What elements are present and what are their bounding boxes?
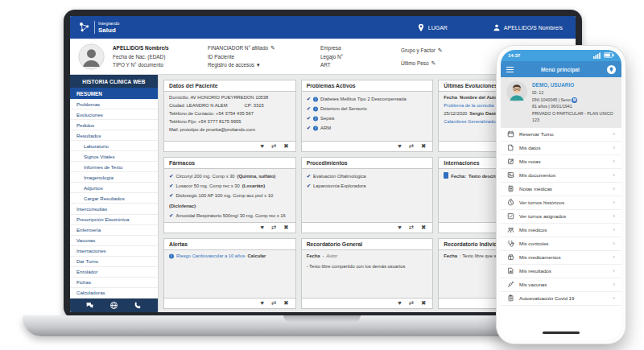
menu-item-mis-medicos[interactable]: Mis médicos› <box>501 224 621 237</box>
sidebar-item-dar-turno[interactable]: Dar Turno <box>70 257 158 267</box>
card-text: Laparotomía Exploradora <box>313 183 365 191</box>
favorite-icon[interactable]: ♥ <box>398 300 401 307</box>
menu-item-mis-controles[interactable]: Mis controles› <box>501 237 621 251</box>
menu-item-mis-medicamentos[interactable]: Mis medicamentos› <box>501 251 621 265</box>
close-icon[interactable]: ✖ <box>283 224 288 231</box>
menu-item-mis-datos[interactable]: Mis datos› <box>501 142 621 155</box>
hamburger-menu-icon[interactable] <box>506 67 514 72</box>
menu-item-mis-documentos[interactable]: Mis documentos› <box>501 169 621 183</box>
swap-icon[interactable]: ⇄ <box>409 300 414 307</box>
profile-age: 81 años | 06/01/1941 <box>532 103 613 109</box>
pencil-icon[interactable]: ✎ <box>438 47 443 53</box>
menu-item-mis-vacunas[interactable]: Mis vacunas› <box>501 278 621 292</box>
swap-icon[interactable]: ⇄ <box>271 224 276 231</box>
info-icon[interactable]: i <box>313 97 318 102</box>
menu-item-ver-turnos-historicos[interactable]: Ver turnos históricos› <box>501 196 621 210</box>
sidebar-item-signos-vitales[interactable]: Signos Vitales <box>70 151 158 162</box>
info-icon[interactable]: i <box>169 254 174 259</box>
sidebar-item-fichas[interactable]: Fichas <box>70 278 158 288</box>
pencil-icon[interactable]: ✎ <box>270 45 275 51</box>
card-text: Calcular <box>247 253 266 261</box>
close-icon[interactable]: ✖ <box>421 143 426 150</box>
card-line: Teléfono de Contacto: +54 3754 435 567 <box>169 110 291 118</box>
favorite-icon[interactable]: ♥ <box>261 143 264 150</box>
phone-profile-card[interactable]: DEMO, USUARIO ID: 12 DNI 1040045 | Sexo … <box>501 77 621 128</box>
profile-id: ID: 12 <box>532 89 613 96</box>
sidebar-item-pedidos[interactable]: Pedidos <box>70 120 158 130</box>
sidebar-item-laboratorio[interactable]: Laboratorio <box>70 141 158 151</box>
chevron-down-icon[interactable]: ▾ <box>257 62 260 68</box>
favorite-icon[interactable]: ♥ <box>398 143 401 150</box>
location-selector[interactable]: LUGAR <box>417 23 448 32</box>
sidebar-item-informes-de-texto[interactable]: Informes de Texto <box>70 162 158 172</box>
patient-field: Empresa <box>320 45 401 51</box>
close-icon[interactable]: ✖ <box>283 143 288 150</box>
profile-text: DEMO, USUARIO ID: 12 DNI 1040045 | Sexo … <box>532 81 613 124</box>
patient-field-label: ART <box>320 62 331 68</box>
sidebar-item-evoluciones[interactable]: Evoluciones <box>70 109 158 120</box>
menu-item-ver-turnos-asignados[interactable]: Ver turnos asignados› <box>501 210 621 224</box>
info-icon[interactable]: i <box>313 126 318 130</box>
sidebar-item-enfermeria[interactable]: Enfermería <box>70 225 158 236</box>
menu-item-mis-notas[interactable]: Mis notas› <box>501 155 621 169</box>
menu-item-reservar-turno[interactable]: Reservar Turno› <box>501 128 621 142</box>
favorite-icon[interactable]: ♥ <box>398 224 401 231</box>
card-text: Fecha <box>307 253 320 261</box>
sidebar-item-vacunas[interactable]: Vacunas <box>70 236 158 246</box>
sidebar-item-cargar-resultados[interactable]: Cargar Resultados <box>70 193 158 204</box>
app-logo-icon <box>607 65 616 74</box>
close-icon[interactable]: ✖ <box>421 300 426 307</box>
close-icon[interactable]: ✖ <box>421 224 426 231</box>
card-problemas-activos: Problemas Activos✔iDiabetes Mellitus Tip… <box>301 80 434 152</box>
card-line: Fecha-Autor- Texto libre compartido con … <box>307 253 428 271</box>
home-indicator[interactable] <box>543 331 580 334</box>
sidebar-item-resultados[interactable]: Resultados <box>70 130 158 141</box>
swap-icon[interactable]: ⇄ <box>271 143 276 150</box>
card-title: Fármacos <box>164 158 295 169</box>
card-text: Fecha <box>444 94 457 102</box>
card-link[interactable]: Riesgo Cardiovascular a 10 años <box>176 253 245 261</box>
card-text: Ciudad: LEANDRO N ALEM <box>169 102 228 110</box>
patient-field-label: Registro de accesos <box>208 62 254 68</box>
swap-icon[interactable]: ⇄ <box>271 300 276 307</box>
info-icon[interactable]: i <box>313 106 318 111</box>
favorite-icon[interactable]: ♥ <box>261 300 264 307</box>
chevron-right-icon: › <box>613 240 616 247</box>
card-line: ✔iARM <box>307 123 428 133</box>
sidebar-item-resumen[interactable]: RESUMEN <box>70 88 158 99</box>
user-menu[interactable]: APELLIDO/S Nombre/s <box>493 23 563 32</box>
sidebar-item-enrolador[interactable]: Enrolador <box>70 267 158 278</box>
sidebar-item-interconsultas[interactable]: Interconsultas <box>70 204 158 214</box>
chevron-right-icon: › <box>613 253 616 261</box>
card-link[interactable]: Calambres Generalizados <box>444 118 497 126</box>
sidebar-item-prescripcion-electronica[interactable]: Prescripción Electrónica <box>70 215 158 225</box>
phone-mockup: 14:37 Menú principal DEMO, USUARIO ID: 1… <box>496 45 626 344</box>
profile-plan2: 123 <box>532 117 613 123</box>
info-icon[interactable]: i <box>313 116 318 121</box>
menu-item-autoevaluacion-covid-19[interactable]: Autoevaluación Covid 19› <box>501 292 621 306</box>
swap-icon[interactable]: ⇄ <box>409 143 414 150</box>
sidebar-item-problemas[interactable]: Problemas <box>70 99 158 109</box>
card-link[interactable]: Problema de la consulta <box>444 102 493 110</box>
sidebar-item-internaciones[interactable]: Internaciones <box>70 246 158 257</box>
globe-icon[interactable] <box>109 301 118 310</box>
close-icon[interactable]: ✖ <box>283 300 288 307</box>
menu-item-mis-resultados[interactable]: Mis resultados› <box>501 265 621 278</box>
file-icon <box>507 144 514 151</box>
swap-icon[interactable]: ⇄ <box>409 224 414 231</box>
sidebar-item-calculadoras[interactable]: Calculadoras <box>70 288 158 299</box>
card-line: iRiesgo Cardiovascular a 10 añosCalcular <box>169 253 291 261</box>
sidebar-item-imagenologia[interactable]: Imagenología <box>70 172 158 183</box>
pencil-icon[interactable]: ✎ <box>431 60 436 66</box>
favorite-icon[interactable]: ♥ <box>261 224 264 231</box>
chat-icon[interactable] <box>85 301 94 310</box>
card-text: - <box>322 253 324 261</box>
phone-icon[interactable] <box>134 301 142 310</box>
patient-field-label: Grupo y Factor <box>401 47 436 53</box>
doc-lines-icon <box>507 185 514 192</box>
check-icon: ✔ <box>307 181 311 190</box>
card-text: Diabetes Mellitus Tipo 2 Descompensada <box>320 96 407 104</box>
patient-field-label: Empresa <box>320 45 341 51</box>
menu-item-notas-medicas[interactable]: Notas médicas› <box>501 183 621 196</box>
sidebar-item-adjuntos[interactable]: Adjuntos <box>70 183 158 193</box>
